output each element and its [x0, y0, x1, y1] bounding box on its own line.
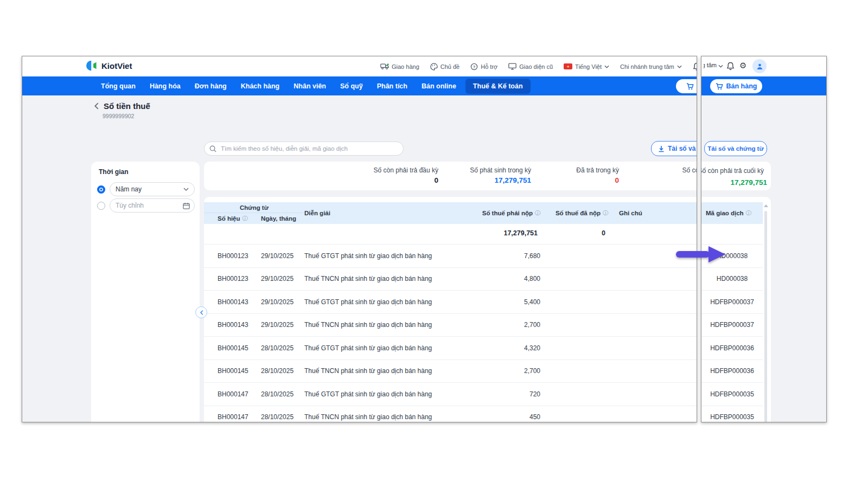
nav-tab-so-quy[interactable]: Sổ quỹ [333, 82, 370, 90]
topbar-item-language[interactable]: ★ Tiếng Việt [564, 63, 609, 70]
summary-opening: Số còn phải trả đầu kỳ 0 [204, 166, 438, 184]
chevron-down-icon [718, 65, 723, 68]
table-header: Chứng từ Số hiệuⓘ Ngày, tháng Diễn giải … [204, 202, 697, 224]
col-ghi-chu[interactable]: Ghi chú [619, 202, 642, 224]
col-so-thue-phai-nop[interactable]: Số thuế phải nộpⓘ [475, 202, 540, 224]
col-so-hieu[interactable]: Số hiệuⓘ [218, 213, 248, 224]
download-ledger-button[interactable]: Tải số và chứng từ [651, 141, 697, 156]
vertical-scrollbar-thumb[interactable] [764, 211, 767, 422]
palette-icon [430, 63, 438, 70]
cell-so-hieu: BH000145 [204, 344, 261, 352]
topbar-item-label: Hỗ trợ [481, 63, 497, 70]
download-button-label: Tải số và chứng từ [668, 145, 697, 152]
cell-so-hieu: BH000147 [204, 390, 261, 398]
cell-so-hieu: BH000147 [204, 413, 261, 421]
period-select[interactable]: Năm nay [110, 182, 195, 196]
radio-year-selected[interactable] [97, 185, 105, 194]
filter-row-preset: Năm nay [97, 182, 195, 196]
info-icon[interactable]: ⓘ [242, 215, 248, 222]
topbar-item-giao-hang[interactable]: Giao hàng [380, 63, 419, 70]
table-row[interactable]: HD000038 [701, 267, 763, 291]
table-row[interactable]: BH00014329/10/2025Thuế TNCN phát sinh từ… [204, 313, 697, 337]
nav-tab-don-hang[interactable]: Đơn hàng [188, 82, 234, 90]
table-row[interactable]: HDFBP000035 [701, 406, 763, 423]
search-input[interactable] [204, 142, 404, 156]
info-icon[interactable]: ⓘ [535, 209, 540, 217]
nav-tab-ban-online[interactable]: Bán online [414, 82, 463, 90]
right-panel-content: Tải số và chứng từ Số còn phải trả cuối … [701, 95, 826, 422]
table-row[interactable]: HDFBP000037 [701, 290, 763, 313]
table-row[interactable]: BH00014728/10/2025Thuế GTGT phát sinh từ… [204, 382, 697, 406]
info-icon[interactable]: ⓘ [746, 209, 751, 217]
cell-phai-nop: 7,680 [478, 252, 543, 260]
brand-name: KiotViet [101, 61, 132, 70]
summary-closing-fragment: Số còn phải trả cuối kỳ 17,279,751 [701, 162, 771, 190]
page-title: Sổ tiền thuế [104, 101, 150, 111]
main-nav-bar-right: Bán hàng [701, 76, 826, 95]
col-ngay-thang[interactable]: Ngày, tháng [261, 213, 296, 224]
cell-so-hieu: BH000123 [204, 252, 261, 260]
cell-so-hieu: BH000123 [204, 275, 261, 282]
store-code: 9999999902 [103, 113, 134, 119]
topbar-item-ho-tro[interactable]: ? Hỗ trợ [470, 63, 497, 70]
table-row[interactable]: HDFBP000037 [701, 313, 763, 337]
col-ma-giao-dich[interactable]: Mã giao dịchⓘ [701, 202, 763, 224]
nav-tab-phan-tich[interactable]: Phân tích [370, 82, 414, 90]
notification-bell-button[interactable] [693, 62, 697, 71]
nav-tab-thue-ke-toan[interactable]: Thuế & Kế toán [465, 79, 531, 94]
topbar-item-label: Chủ đề [441, 63, 459, 70]
col-dien-giai[interactable]: Diễn giải [304, 202, 330, 224]
info-icon[interactable]: ⓘ [603, 209, 608, 217]
radio-custom-unselected[interactable] [97, 202, 105, 210]
transaction-code-column: Mã giao dịchⓘ HD000038 HD000038 HDFBP000… [701, 197, 771, 422]
table-row[interactable]: HDFBP000036 [701, 336, 763, 359]
notification-bell-button[interactable] [726, 62, 735, 73]
nav-tab-khach-hang[interactable]: Khách hàng [234, 82, 287, 90]
sidebar-collapse-button[interactable] [195, 306, 207, 318]
topbar-item-label: Tiếng Việt [575, 63, 602, 70]
cell-ngay: 28/10/2025 [261, 344, 304, 352]
topbar-item-label: Giao hàng [392, 63, 419, 70]
table-row[interactable]: HD000038 [701, 244, 763, 267]
table-row[interactable]: BH00014528/10/2025Thuế GTGT phát sinh từ… [204, 336, 697, 359]
summary-opening-value: 0 [204, 176, 438, 184]
table-row[interactable]: HDFBP000035 [701, 382, 763, 406]
col-so-thue-da-nop[interactable]: Số thuế đã nộpⓘ [546, 202, 608, 224]
scroll-up-arrow-icon[interactable] [764, 204, 768, 207]
table-row[interactable]: BH00014528/10/2025Thuế TNCN phát sinh từ… [204, 359, 697, 383]
nav-tab-tong-quan[interactable]: Tổng quan [94, 82, 143, 90]
table-row[interactable]: HDFBP000036 [701, 359, 763, 383]
table-row[interactable]: BH00014728/10/2025Thuế TNCN phát sinh từ… [204, 406, 697, 423]
table-row[interactable]: BH00014329/10/2025Thuế GTGT phát sinh từ… [204, 290, 697, 313]
table-row[interactable]: BH00012329/10/2025Thuế GTGT phát sinh từ… [204, 244, 697, 267]
download-icon [658, 145, 665, 152]
svg-text:?: ? [473, 64, 476, 69]
table-row[interactable]: BH00012329/10/2025Thuế TNCN phát sinh từ… [204, 267, 697, 291]
nav-tab-hang-hoa[interactable]: Hàng hóa [143, 82, 188, 90]
topbar-item-label: Chi nhánh trung tâm [620, 63, 674, 70]
brand-logo[interactable]: KiotViet [86, 60, 132, 72]
settings-button[interactable]: ⚙ [739, 61, 746, 70]
custom-date-input[interactable] [110, 198, 195, 213]
branch-label-clipped[interactable]: Chi nhánh trung tâm [704, 62, 717, 70]
cell-phai-nop: 450 [478, 413, 543, 421]
sell-button[interactable]: Bán hàng [676, 79, 697, 93]
topbar-item-giao-dien-cu[interactable]: Giao diện cũ [508, 63, 553, 70]
nav-tab-nhan-vien[interactable]: Nhân viên [286, 82, 333, 90]
screenshot-canvas: KiotViet Giao hàng [0, 0, 868, 488]
topbar-item-chu-de[interactable]: Chủ đề [430, 63, 459, 70]
sell-button[interactable]: Bán hàng [710, 79, 762, 93]
col-group-chung-tu: Chứng từ [204, 202, 304, 213]
calendar-icon[interactable] [183, 202, 190, 209]
back-chevron-icon[interactable] [94, 102, 99, 110]
topbar-item-branch[interactable]: Chi nhánh trung tâm [620, 63, 682, 70]
summary-incurred-value: 17,279,751 [438, 176, 531, 184]
filter-sidebar: Thời gian Năm nay [91, 162, 200, 422]
account-avatar[interactable] [752, 59, 767, 73]
cart-icon [686, 83, 694, 90]
summary-closing-value: 17,279,751 [619, 176, 697, 184]
cell-dien-giai: Thuế GTGT phát sinh từ giao dịch bán hàn… [304, 252, 478, 260]
download-ledger-button[interactable]: Tải số và chứng từ [704, 141, 767, 156]
cell-so-hieu: BH000143 [204, 298, 261, 306]
cell-ma-gd: HDFBP000036 [710, 367, 755, 375]
